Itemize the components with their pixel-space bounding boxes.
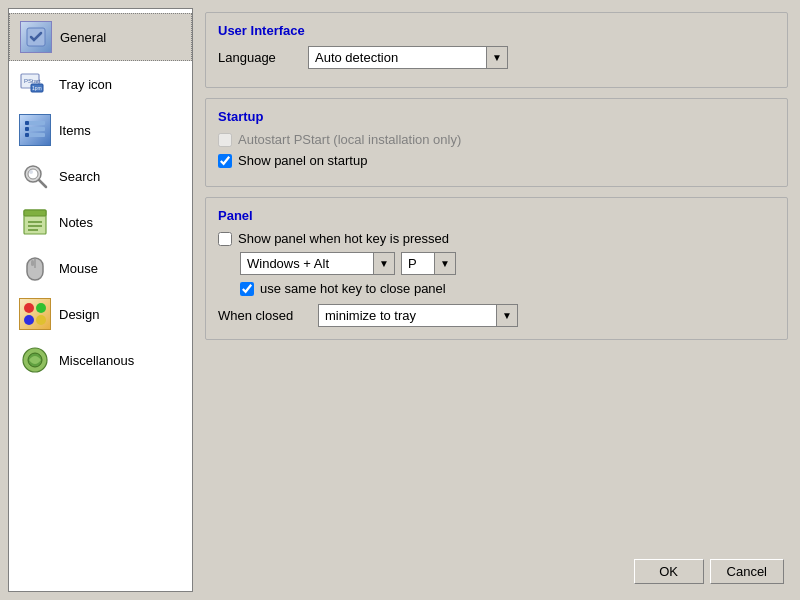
tray-icon-icon: PStart 1pm bbox=[19, 68, 51, 100]
svg-point-12 bbox=[28, 169, 38, 179]
svg-line-13 bbox=[39, 180, 46, 187]
user-interface-section: User Interface Language Auto detection E… bbox=[205, 12, 788, 88]
hotkey-key-select[interactable]: P A B bbox=[401, 252, 456, 275]
svg-point-23 bbox=[24, 303, 34, 313]
svg-rect-22 bbox=[31, 260, 34, 266]
sidebar-label-tray: Tray icon bbox=[59, 77, 112, 92]
svg-point-26 bbox=[36, 315, 46, 325]
svg-rect-9 bbox=[25, 127, 29, 131]
language-label: Language bbox=[218, 50, 298, 65]
svg-point-25 bbox=[24, 315, 34, 325]
svg-rect-10 bbox=[25, 133, 29, 137]
sidebar-label-misc: Miscellanous bbox=[59, 353, 134, 368]
sidebar: General PStart 1pm Tray icon bbox=[8, 8, 193, 592]
sidebar-item-miscellanous[interactable]: Miscellanous bbox=[9, 337, 192, 383]
when-closed-row: When closed minimize to tray close appli… bbox=[218, 304, 775, 327]
sidebar-label-mouse: Mouse bbox=[59, 261, 98, 276]
language-dropdown-wrapper: Auto detection English German French ▼ bbox=[308, 46, 508, 69]
sidebar-label-search: Search bbox=[59, 169, 100, 184]
panel-section: Panel Show panel when hot key is pressed… bbox=[205, 197, 788, 340]
same-hotkey-checkbox[interactable] bbox=[240, 282, 254, 296]
show-panel-label: Show panel on startup bbox=[238, 153, 367, 168]
when-closed-label: When closed bbox=[218, 308, 308, 323]
items-icon bbox=[19, 114, 51, 146]
main-container: General PStart 1pm Tray icon bbox=[0, 0, 800, 600]
sidebar-item-notes[interactable]: Notes bbox=[9, 199, 192, 245]
user-interface-title: User Interface bbox=[218, 21, 775, 38]
sidebar-label-notes: Notes bbox=[59, 215, 93, 230]
bottom-area: OK Cancel bbox=[205, 350, 788, 588]
design-icon bbox=[19, 298, 51, 330]
svg-text:PStart: PStart bbox=[24, 78, 41, 84]
when-closed-wrapper: minimize to tray close application hide … bbox=[318, 304, 518, 327]
sidebar-item-items[interactable]: Items bbox=[9, 107, 192, 153]
svg-text:1pm: 1pm bbox=[32, 85, 42, 91]
svg-rect-8 bbox=[25, 121, 29, 125]
svg-point-14 bbox=[29, 170, 33, 174]
autostart-row: Autostart PStart (local installation onl… bbox=[218, 132, 775, 147]
hotkey-modifier-select[interactable]: Windows + Alt Ctrl + Alt Alt + Shift bbox=[240, 252, 395, 275]
mouse-icon bbox=[19, 252, 51, 284]
sidebar-label-items: Items bbox=[59, 123, 91, 138]
same-hotkey-label: use same hot key to close panel bbox=[260, 281, 446, 296]
general-icon bbox=[20, 21, 52, 53]
svg-point-24 bbox=[36, 303, 46, 313]
show-hotkey-checkbox[interactable] bbox=[218, 232, 232, 246]
hotkey-combo-row: Windows + Alt Ctrl + Alt Alt + Shift ▼ P… bbox=[240, 252, 775, 275]
startup-title: Startup bbox=[218, 107, 775, 124]
panel-title: Panel bbox=[218, 206, 775, 223]
sidebar-item-general[interactable]: General bbox=[9, 13, 192, 61]
svg-rect-16 bbox=[24, 210, 46, 216]
language-row: Language Auto detection English German F… bbox=[218, 46, 775, 69]
autostart-checkbox[interactable] bbox=[218, 133, 232, 147]
language-select[interactable]: Auto detection English German French bbox=[308, 46, 508, 69]
hotkey-key-wrapper: P A B ▼ bbox=[401, 252, 456, 275]
show-panel-row: Show panel on startup bbox=[218, 153, 775, 168]
sidebar-label-design: Design bbox=[59, 307, 99, 322]
notes-icon bbox=[19, 206, 51, 238]
show-panel-checkbox[interactable] bbox=[218, 154, 232, 168]
sidebar-item-mouse[interactable]: Mouse bbox=[9, 245, 192, 291]
autostart-label: Autostart PStart (local installation onl… bbox=[238, 132, 461, 147]
same-hotkey-row: use same hot key to close panel bbox=[240, 281, 775, 296]
sidebar-item-design[interactable]: Design bbox=[9, 291, 192, 337]
sidebar-item-search[interactable]: Search bbox=[9, 153, 192, 199]
content-area: User Interface Language Auto detection E… bbox=[201, 8, 792, 592]
startup-section: Startup Autostart PStart (local installa… bbox=[205, 98, 788, 187]
show-hotkey-row: Show panel when hot key is pressed bbox=[218, 231, 775, 246]
ok-button[interactable]: OK bbox=[634, 559, 704, 584]
sidebar-item-tray-icon[interactable]: PStart 1pm Tray icon bbox=[9, 61, 192, 107]
sidebar-label-general: General bbox=[60, 30, 106, 45]
hotkey-modifier-wrapper: Windows + Alt Ctrl + Alt Alt + Shift ▼ bbox=[240, 252, 395, 275]
show-hotkey-label: Show panel when hot key is pressed bbox=[238, 231, 449, 246]
cancel-button[interactable]: Cancel bbox=[710, 559, 784, 584]
when-closed-select[interactable]: minimize to tray close application hide … bbox=[318, 304, 518, 327]
misc-icon bbox=[19, 344, 51, 376]
search-icon bbox=[19, 160, 51, 192]
